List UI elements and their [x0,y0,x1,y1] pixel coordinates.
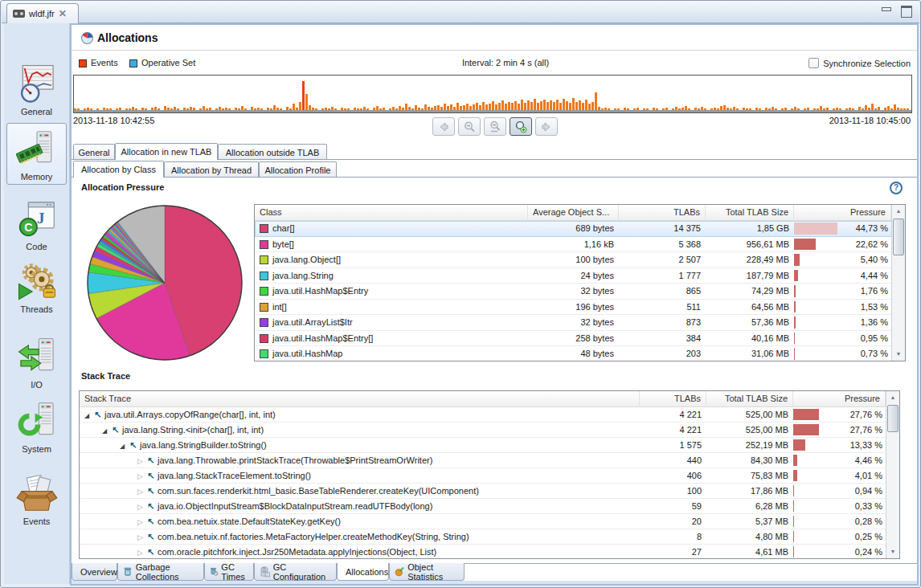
tab-label: Allocation by Class [81,165,156,174]
total-tlab-size-cell: 6,28 MB [706,499,793,513]
zoom-out-full-button[interactable] [484,117,506,136]
synchronize-selection[interactable]: Synchronize Selection [808,58,911,68]
class-cell: java.lang.Object[] [255,252,528,267]
expand-icon[interactable]: ▷ [137,469,147,483]
close-icon[interactable]: ✕ [59,10,67,18]
expand-icon[interactable]: ▷ [137,545,147,559]
tlabs-cell: 873 [619,315,706,330]
stack-trace-row[interactable]: ◢↖java.lang.String.<init>(char[], int, i… [80,423,899,438]
table-row[interactable]: java.util.HashMap48 bytes20331,06 MB0,73… [255,346,905,361]
tab-allocation-in-new-tlab[interactable]: Allocation in new TLAB [115,143,218,160]
column-header-total-tlab-size[interactable]: Total TLAB Size [706,391,793,407]
pressure-cell: 4,01 % [793,468,886,483]
sidebar-item-memory[interactable]: Memory [6,123,67,185]
zoom-in-button[interactable] [510,117,532,136]
tab-allocation-outside-tlab[interactable]: Allocation outside TLAB [218,144,327,160]
nav-back-button[interactable] [432,117,455,136]
table-row[interactable]: java.lang.Object[]100 bytes2 507228,49 M… [255,252,905,268]
column-header-total-tlab-size[interactable]: Total TLAB Size [706,205,794,221]
column-header-pressure[interactable]: Pressure [793,391,886,407]
allocation-table-scrollbar[interactable]: ▲ ▼ [891,205,905,361]
column-header-class[interactable]: Class [255,205,528,221]
tab-row2-line [72,177,917,178]
expand-icon[interactable]: ▷ [137,500,147,513]
sidebar-item-io[interactable]: I/O [6,335,67,390]
bottom-tab-garbage-collections[interactable]: Garbage Collections [117,563,204,581]
sidebar-item-general[interactable]: General [6,62,67,116]
collapse-icon[interactable]: ◢ [84,408,94,422]
expand-icon[interactable]: ▷ [137,515,147,529]
total-tlab-size-cell: 187,79 MB [706,268,794,284]
column-header-pressure[interactable]: Pressure [794,205,891,221]
total-tlab-size-cell: 74,29 MB [706,284,794,299]
class-cell: java.util.HashMap$Entry [255,284,528,299]
scroll-up-icon[interactable]: ▲ [886,391,899,404]
sidebar-item-events[interactable]: Events [6,472,67,526]
allocation-pie-chart[interactable] [84,202,245,363]
stack-trace-row[interactable]: ◢↖java.lang.StringBuilder.toString()1 57… [80,438,899,453]
class-color-swatch [260,334,268,343]
table-row[interactable]: java.util.HashMap$Entry[]258 bytes38440,… [255,331,905,347]
scrollbar-thumb[interactable] [887,405,898,432]
help-icon[interactable]: ? [890,182,903,194]
bottom-tab-object-statistics[interactable]: Object Statistics [389,563,465,581]
table-row[interactable]: char[]689 bytes14 3751,85 GB44,73 % [255,221,905,237]
scroll-up-icon[interactable]: ▲ [892,205,905,218]
maximize-view-icon[interactable] [900,6,911,15]
stack-trace-row[interactable]: ▷↖java.lang.Throwable.printStackTrace(Th… [80,453,899,468]
expand-icon[interactable]: ▷ [137,454,147,468]
zoom-out-button[interactable] [458,117,481,136]
stack-trace-row[interactable]: ▷↖com.oracle.pitchfork.inject.Jsr250Meta… [80,545,899,559]
expand-icon[interactable]: ▷ [137,530,147,544]
editor-tab-wldf[interactable]: wldf.jfr ✕ [6,3,79,23]
class-color-swatch [260,318,268,327]
column-header-stack-trace[interactable]: Stack Trace [80,391,640,407]
tlabs-cell: 440 [640,453,706,468]
bottom-tab-gc-times[interactable]: GC Times [204,563,254,581]
stack-trace-row[interactable]: ▷↖com.bea.netuix.state.DefaultStateKey.g… [80,514,899,529]
jmc-window: wldf.jfr ✕ General [0,0,921,588]
bottom-tab-allocations[interactable]: Allocations [337,563,389,581]
memory-ram-server-icon [15,127,59,170]
class-color-swatch [260,349,268,358]
column-header-tlabs[interactable]: TLABs [619,205,706,221]
sidebar-item-code[interactable]: J C Code [6,197,67,251]
minimize-view-icon[interactable] [881,6,892,15]
frame-cell: ▷↖java.lang.Throwable.printStackTrace(Th… [80,453,640,468]
synchronize-selection-checkbox[interactable] [808,58,819,68]
scroll-down-icon[interactable]: ▼ [892,348,905,361]
stack-trace-scrollbar[interactable]: ▲ ▼ [886,391,899,558]
tab-general[interactable]: General [73,144,115,160]
nav-forward-button[interactable] [535,117,558,136]
flight-recording-icon [13,10,25,18]
collapse-icon[interactable]: ◢ [102,423,112,437]
timeline-chart[interactable] [73,75,912,113]
sidebar-item-system[interactable]: System [6,399,67,454]
scrollbar-thumb[interactable] [893,218,904,255]
column-header-tlabs[interactable]: TLABs [640,391,706,407]
collapse-icon[interactable]: ◢ [120,439,129,452]
tab-allocation-by-class[interactable]: Allocation by Class [73,161,164,178]
stack-trace-row[interactable]: ◢↖java.util.Arrays.copyOfRange(char[], i… [80,407,899,423]
bottom-tab-overview[interactable]: Overview [72,563,117,581]
scroll-down-icon[interactable]: ▼ [886,545,899,558]
table-row[interactable]: byte[]1,16 kB5 368956,61 MB22,62 % [255,237,905,253]
tab-allocation-profile[interactable]: Allocation Profile [259,161,337,178]
table-row[interactable]: int[]196 bytes51164,56 MB1,53 % [255,300,905,316]
tlabs-cell: 100 [640,484,706,498]
stack-trace-row[interactable]: ▷↖com.sun.faces.renderkit.html_basic.Bas… [80,484,899,499]
expand-icon[interactable]: ▷ [137,484,147,498]
bottom-tab-gc-configuration[interactable]: GC Configuration [254,563,337,581]
tab-allocation-by-thread[interactable]: Allocation by Thread [164,161,259,178]
stack-trace-row[interactable]: ▷↖java.lang.StackTraceElement.toString()… [80,468,899,484]
sidebar-item-threads[interactable]: Threads [6,259,67,314]
class-cell: java.lang.String [255,268,528,284]
table-row[interactable]: java.util.ArrayList$Itr32 bytes87357,36 … [255,315,905,331]
pressure-cell: 1,36 % [794,315,891,330]
stack-trace-row[interactable]: ▷↖java.io.ObjectInputStream$BlockDataInp… [80,499,899,514]
table-row[interactable]: java.util.HashMap$Entry32 bytes86574,29 … [255,284,905,300]
column-header-avg-object-size[interactable]: Average Object S... [528,205,619,221]
stack-trace-row[interactable]: ▷↖com.bea.netuix.nf.factories.MetaFactor… [80,529,899,545]
table-row[interactable]: java.lang.String24 bytes1 777187,79 MB4,… [255,268,905,284]
avg-object-size-cell: 32 bytes [528,315,619,330]
